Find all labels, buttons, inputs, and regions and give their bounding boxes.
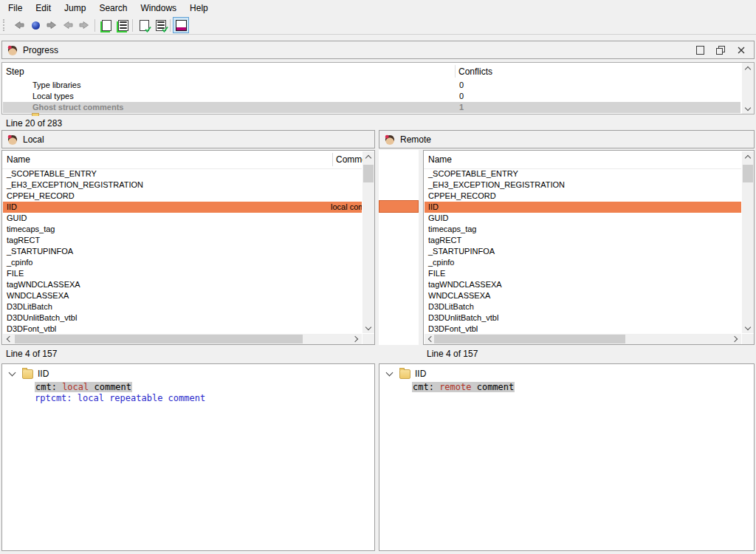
table-row[interactable]: timecaps_tag — [3, 224, 362, 235]
local-vertical-scrollbar[interactable] — [362, 151, 374, 333]
table-row[interactable]: FILE — [425, 268, 741, 279]
progress-rows: Type libraries 0 Local types 0 Ghost str… — [3, 80, 740, 113]
scroll-down-button[interactable] — [742, 103, 754, 114]
prev-item-button[interactable] — [60, 17, 76, 33]
detail-line[interactable]: cmt: local comment — [35, 382, 370, 393]
tree-node[interactable]: IID — [387, 369, 426, 379]
table-row[interactable]: D3DFont_vtbl — [3, 324, 362, 335]
table-row[interactable]: D3DLitBatch — [425, 301, 741, 312]
close-button[interactable] — [736, 45, 746, 55]
table-row[interactable]: _EH3_EXCEPTION_REGISTRATION — [425, 179, 741, 191]
table-row[interactable]: GUID — [3, 213, 362, 224]
scrollbar-thumb[interactable] — [743, 165, 753, 182]
column-separator[interactable] — [332, 153, 333, 166]
name-cell: D3DUnlitBatch_vtbl — [425, 312, 741, 324]
scroll-down-button[interactable] — [362, 322, 374, 333]
column-header-conflicts[interactable]: Conflicts — [458, 66, 492, 77]
scroll-up-button[interactable] — [362, 151, 374, 163]
maximize-button[interactable] — [695, 45, 705, 55]
document-check-button[interactable] — [135, 17, 151, 33]
table-row[interactable]: IID local comment — [3, 202, 362, 213]
local-rows: _SCOPETABLE_ENTRY _EH3_EXCEPTION_REGISTR… — [3, 168, 362, 335]
tree-node-label[interactable]: IID — [415, 369, 426, 379]
float-button[interactable] — [715, 45, 726, 55]
table-row[interactable]: timecaps_tag — [425, 224, 741, 235]
conflicts-cell: 1 — [459, 102, 464, 113]
table-row[interactable]: WNDCLASSEXA — [3, 290, 362, 301]
navigate-forward-button[interactable] — [44, 17, 60, 33]
detail-line[interactable]: rptcmt: local repeatable comment — [35, 393, 370, 404]
merge-view-icon — [176, 20, 187, 31]
table-row[interactable]: _STARTUPINFOA — [3, 246, 362, 257]
name-cell: _EH3_EXCEPTION_REGISTRATION — [425, 179, 741, 191]
table-row[interactable]: IID — [425, 202, 741, 213]
progress-table: Step Conflicts Type libraries 0 Local ty… — [1, 62, 755, 114]
table-row[interactable]: tagRECT — [425, 235, 741, 246]
table-row[interactable]: D3DUnlitBatch_vtbl — [425, 312, 741, 324]
table-row[interactable]: _cpinfo — [3, 257, 362, 268]
local-horizontal-scrollbar[interactable] — [3, 334, 362, 344]
progress-vertical-scrollbar[interactable] — [742, 63, 754, 114]
remote-detail-lines: cmt: remote comment — [412, 382, 749, 393]
menu-item[interactable]: Jump — [58, 1, 92, 16]
scroll-up-button[interactable] — [742, 151, 754, 163]
table-row[interactable]: WNDCLASSEXA — [425, 290, 741, 301]
menu-item[interactable]: Edit — [29, 1, 58, 16]
remote-detail-pane: IID cmt: remote comment — [379, 363, 755, 551]
local-detail-lines: cmt: local commentrptcmt: local repeatab… — [35, 382, 370, 404]
list-check-button[interactable] — [151, 17, 168, 33]
column-header-name[interactable]: Name — [7, 154, 30, 165]
scroll-right-button[interactable] — [729, 334, 741, 344]
scroll-left-button[interactable] — [3, 334, 15, 344]
merge-view-toggle-button[interactable] — [173, 17, 189, 33]
detail-line[interactable]: cmt: remote comment — [412, 382, 749, 393]
table-row[interactable]: CPPEH_RECORD — [3, 191, 362, 202]
diff-marker[interactable] — [379, 200, 419, 213]
scroll-down-button[interactable] — [742, 322, 754, 333]
table-row[interactable]: FILE — [3, 268, 362, 279]
partial-row — [3, 113, 740, 116]
table-row[interactable]: _EH3_EXCEPTION_REGISTRATION — [3, 179, 362, 191]
table-row[interactable]: GUID — [425, 213, 741, 224]
table-row[interactable]: _SCOPETABLE_ENTRY — [3, 168, 362, 179]
scrollbar-thumb[interactable] — [363, 165, 374, 182]
column-separator[interactable] — [455, 65, 456, 78]
remote-vertical-scrollbar[interactable] — [742, 151, 754, 333]
next-item-button[interactable] — [76, 17, 92, 33]
menu-item[interactable]: File — [1, 1, 29, 16]
menu-item[interactable]: Windows — [134, 1, 183, 16]
scroll-up-button[interactable] — [742, 63, 754, 74]
table-row[interactable]: tagWNDCLASSEXA — [3, 279, 362, 290]
table-row[interactable]: tagRECT — [3, 235, 362, 246]
document-button[interactable] — [97, 17, 114, 33]
table-row[interactable]: Type libraries 0 — [3, 80, 740, 91]
table-row[interactable]: D3DUnlitBatch_vtbl — [3, 312, 362, 324]
menu-item[interactable]: Help — [183, 1, 215, 16]
navigate-back-button[interactable] — [11, 17, 27, 33]
table-row[interactable]: CPPEH_RECORD — [425, 191, 741, 202]
table-row[interactable]: _SCOPETABLE_ENTRY — [425, 168, 741, 179]
toolbar-grip[interactable] — [3, 19, 7, 31]
table-row[interactable]: D3DLitBatch — [3, 301, 362, 312]
table-row[interactable]: _STARTUPINFOA — [425, 246, 741, 257]
list-button[interactable] — [114, 17, 130, 33]
current-position-button[interactable] — [27, 17, 44, 33]
table-row[interactable]: D3DFont_vtbl — [425, 324, 741, 335]
column-header-step[interactable]: Step — [6, 66, 24, 77]
tree-node-label[interactable]: IID — [38, 369, 49, 379]
tree-node[interactable]: IID — [10, 369, 49, 379]
scrollbar-thumb[interactable] — [15, 335, 303, 343]
chevron-down-icon[interactable] — [386, 369, 394, 377]
table-row[interactable]: _cpinfo — [425, 257, 741, 268]
menu-item[interactable]: Search — [92, 1, 134, 16]
remote-horizontal-scrollbar[interactable] — [425, 334, 741, 344]
table-row[interactable]: Local types 0 — [3, 91, 740, 102]
list-check-icon — [156, 20, 166, 31]
column-header-name[interactable]: Name — [428, 154, 452, 165]
scrollbar-thumb[interactable] — [434, 335, 625, 343]
column-header-comment[interactable]: Comment — [336, 154, 362, 165]
table-row[interactable]: Ghost struct comments 1 — [3, 102, 740, 113]
chevron-down-icon[interactable] — [9, 369, 16, 377]
table-row[interactable]: tagWNDCLASSEXA — [425, 279, 741, 290]
scroll-right-button[interactable] — [350, 334, 362, 344]
